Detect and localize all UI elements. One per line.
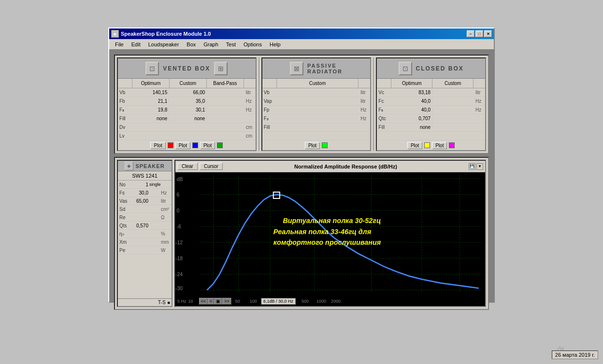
- passive-box-title: PASSIVERADIATOR: [307, 63, 343, 74]
- passive-row-fp: Fp Hz: [262, 106, 371, 114]
- passive-row-fill: Fill: [262, 123, 371, 132]
- speaker-name: SWS 1241: [118, 171, 172, 181]
- closed-box-section: ⊡ CLOSED BOX Optimum Custom Vc 83,18 lit…: [376, 57, 486, 151]
- graph-title: Normalized Amplitude Response (dB/Hz): [225, 164, 467, 169]
- sep2: [373, 57, 374, 151]
- vented-bandpass-header: Band-Pass: [207, 79, 244, 88]
- closed-row-qtc: Qtc 0,707: [377, 114, 485, 123]
- svg-text:Реальная полка 33-46гц для: Реальная полка 33-46гц для: [273, 228, 372, 236]
- nav-center[interactable]: ▣: [214, 298, 222, 305]
- passive-plot-row: Plot: [262, 140, 371, 150]
- speaker-row-no: No 1 single: [118, 181, 172, 189]
- closed-custom-header: Custom: [432, 79, 474, 88]
- menu-test[interactable]: Test: [222, 41, 240, 48]
- freq-label-10: 10: [188, 299, 193, 304]
- closed-label-col: [377, 79, 391, 88]
- passive-box-icon: ⊠: [290, 62, 303, 75]
- plot-vented-button[interactable]: Plot: [150, 142, 165, 149]
- freq-label-5: 5 Hz: [177, 299, 187, 304]
- vented-row-dv: Dv cm: [118, 123, 256, 132]
- nav-forward[interactable]: >>: [222, 298, 231, 305]
- graph-toolbar: Clear Cursor Normalized Amplitude Respon…: [175, 161, 485, 172]
- vented-sub-headers: Optimum Custom Band-Pass: [118, 79, 256, 88]
- vented-optimum-header: Optimum: [132, 79, 170, 88]
- menu-loudspeaker[interactable]: Loudspeaker: [144, 41, 183, 48]
- closed-row-fill: Fill none: [377, 123, 485, 132]
- main-content: ⊡ VENTED BOX ⊞ Optimum Custom Band-Pass: [109, 50, 494, 302]
- plot-passive-indicator: [322, 142, 328, 148]
- speaker-row-re: Re Ω: [118, 213, 172, 222]
- speaker-row-qts: Qts 0,570: [118, 222, 172, 230]
- vented-row-lv: Lv cm: [118, 132, 256, 140]
- plot-custom-button[interactable]: Plot: [175, 142, 190, 149]
- closed-optimum-header: Optimum: [391, 79, 432, 88]
- close-button[interactable]: ✕: [484, 30, 492, 37]
- title-bar: ■ SpeakerShop Enclosure Module 1.0 − □ ✕: [109, 28, 494, 39]
- speaker-header: ◈ SPEAKER: [118, 161, 172, 171]
- freq-label-1000: 1000: [316, 299, 326, 304]
- nav-back-far[interactable]: <<: [199, 298, 208, 305]
- closed-box-icon: ⊡: [399, 62, 412, 75]
- sep1: [258, 57, 259, 151]
- menu-edit[interactable]: Edit: [128, 41, 144, 48]
- passive-label-col: [262, 79, 277, 88]
- minimize-button[interactable]: −: [467, 30, 474, 37]
- passive-custom-header: Custom: [277, 79, 359, 88]
- passive-row-empty: [262, 132, 371, 140]
- speaker-row-fs: Fs 30,0 Hz: [118, 189, 172, 197]
- closed-plot-row: Plot Plot: [377, 140, 485, 150]
- menu-options[interactable]: Options: [240, 41, 266, 48]
- speaker-title: SPEAKER: [135, 163, 164, 169]
- top-panel: ⊡ VENTED BOX ⊞ Optimum Custom Band-Pass: [114, 55, 489, 154]
- graph-nav-bar: 5 Hz 10 << < ▣ >> 50 100 6,1dB / 30,0 Hz…: [175, 296, 485, 306]
- plot-closed-cust-indicator: [449, 142, 455, 148]
- menu-file[interactable]: File: [111, 41, 128, 48]
- vented-plot-row: Plot Plot Plot: [118, 140, 256, 150]
- closed-sub-headers: Optimum Custom: [377, 79, 485, 88]
- graph-controls: 💾 ▼: [469, 163, 483, 170]
- passive-row-f3: F₃ Hz: [262, 114, 371, 123]
- plot-passive-button[interactable]: Plot: [305, 142, 320, 149]
- title-bar-left: ■ SpeakerShop Enclosure Module 1.0: [111, 30, 211, 38]
- window-title: SpeakerShop Enclosure Module 1.0: [121, 31, 211, 37]
- plot-closed-opt-button[interactable]: Plot: [407, 142, 422, 149]
- speaker-row-sd: Sd cm²: [118, 205, 172, 213]
- passive-unit-col: [359, 79, 370, 88]
- graph-save-icon[interactable]: 💾: [469, 163, 475, 170]
- menu-box[interactable]: Box: [183, 41, 200, 48]
- freq-display: 6,1dB / 30,0 Hz: [261, 298, 296, 305]
- plot-closed-cust-button[interactable]: Plot: [432, 142, 447, 149]
- title-buttons: − □ ✕: [467, 30, 492, 37]
- cursor-button[interactable]: Cursor: [200, 163, 223, 170]
- maximize-button[interactable]: □: [475, 30, 483, 37]
- nav-back[interactable]: <: [208, 298, 214, 305]
- ts-icon: ■: [168, 300, 170, 305]
- closed-row-fc: Fc 40,0 Hz: [377, 97, 485, 106]
- passive-box-header: ⊠ PASSIVERADIATOR: [262, 58, 371, 79]
- svg-text:dB: dB: [177, 176, 183, 182]
- menu-graph[interactable]: Graph: [200, 41, 222, 48]
- plot-closed-opt-indicator: [424, 142, 430, 148]
- closed-box-header: ⊡ CLOSED BOX: [377, 58, 485, 79]
- bottom-panel: ◈ SPEAKER SWS 1241 No 1 single Fs 30,0: [114, 157, 489, 310]
- clear-button[interactable]: Clear: [177, 163, 198, 170]
- closed-row-vc: Vc 83,18 litr: [377, 88, 485, 97]
- closed-row-empty: [377, 132, 485, 140]
- speaker-row-vas: Vas 65,00 litr: [118, 197, 172, 205]
- vented-row-vb: Vb 140,15 66,00 litr: [118, 88, 256, 97]
- plot-bp-button[interactable]: Plot: [200, 142, 215, 149]
- menu-help[interactable]: Help: [266, 41, 285, 48]
- svg-text:-18: -18: [175, 255, 183, 261]
- svg-text:6: 6: [177, 192, 180, 197]
- vented-data-grid: Vb 140,15 66,00 litr Fb 21,1 35,0 Hz: [118, 88, 256, 140]
- speaker-panel: ◈ SPEAKER SWS 1241 No 1 single Fs 30,0: [117, 160, 172, 307]
- watermark: Ак: [557, 345, 564, 352]
- speaker-grid: No 1 single Fs 30,0 Hz Vas 65,00: [118, 181, 172, 298]
- passive-data-grid: Vb litr Vap litr Fp Hz: [262, 88, 371, 140]
- menu-bar: File Edit Loudspeaker Box Graph Test Opt…: [109, 39, 494, 50]
- vented-unit-col: [244, 79, 256, 88]
- graph-dropdown-icon[interactable]: ▼: [476, 163, 483, 170]
- speaker-icon: ◈: [125, 162, 133, 170]
- svg-text:-6: -6: [177, 224, 181, 229]
- closed-unit-col: [474, 79, 485, 88]
